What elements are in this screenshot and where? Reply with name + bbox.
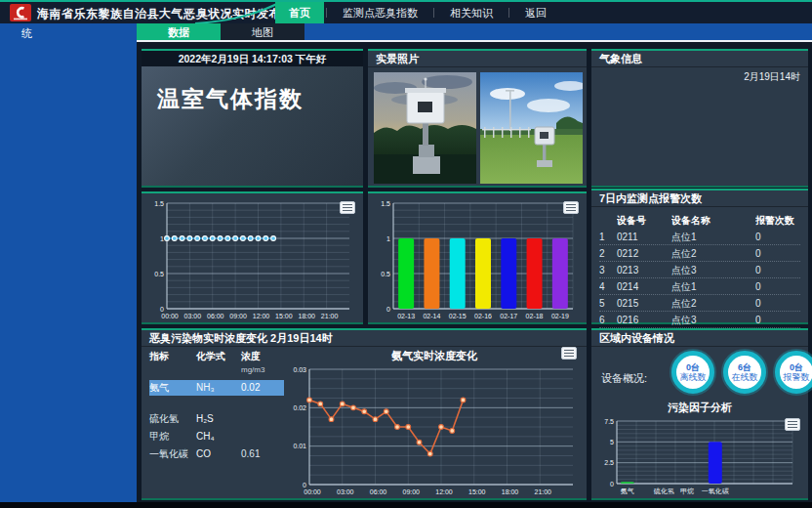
col-indicator: 指标 [149, 350, 196, 374]
chart-menu-icon[interactable] [785, 418, 800, 431]
nav-item-1[interactable]: 监测点恶臭指数 [329, 2, 431, 23]
svg-text:0: 0 [610, 481, 614, 487]
page-headline: 温室气体指数 [157, 84, 304, 114]
pollutant-row[interactable]: 一氧化碳CO0.61 [149, 446, 284, 462]
pollutant-row[interactable]: 氨气NH₃0.02 [149, 380, 284, 396]
pollutant-table-header: 指标 化学式 浓度mg/m3 [149, 350, 284, 374]
svg-text:1.5: 1.5 [154, 200, 164, 207]
nav-separator [433, 8, 434, 18]
panel-daily-index-chart: 00.511.502-1302-1402-1502-1602-1702-1802… [368, 191, 587, 324]
panel-weather: 气象信息 2月19日14时 [591, 49, 808, 188]
table-row: 50215点位20 [599, 295, 800, 312]
svg-text:0.02: 0.02 [293, 404, 306, 411]
left-sidebar [0, 42, 137, 502]
alarm-col-header: 设备名称 [671, 212, 755, 229]
svg-text:00:00: 00:00 [304, 488, 321, 495]
svg-text:03:00: 03:00 [184, 313, 202, 319]
svg-text:氨气: 氨气 [621, 487, 634, 494]
svg-text:18:00: 18:00 [502, 488, 519, 495]
svg-text:0: 0 [303, 482, 306, 488]
svg-text:02-15: 02-15 [449, 313, 467, 319]
svg-text:09:00: 09:00 [402, 488, 420, 495]
svg-text:0.5: 0.5 [381, 271, 390, 277]
photo-row [374, 72, 583, 184]
col-value: 浓度mg/m3 [241, 350, 284, 374]
table-row: 30213点位30 [599, 262, 800, 278]
site-photo-1 [374, 72, 476, 184]
nav-item-3[interactable]: 返回 [511, 2, 560, 23]
nh3-chart-title: 氨气实时浓度变化 [288, 349, 581, 363]
svg-text:甲烷: 甲烷 [680, 487, 694, 495]
svg-text:0: 0 [160, 306, 164, 313]
svg-text:02-18: 02-18 [526, 313, 544, 319]
nav-item-2[interactable]: 相关知识 [436, 2, 507, 23]
chart-menu-icon[interactable] [340, 201, 355, 214]
weather-timestamp: 2月19日14时 [744, 70, 800, 84]
svg-text:0.01: 0.01 [293, 443, 306, 449]
pollutants-title: 恶臭污染物实时浓度变化 2月19日14时 [142, 330, 587, 347]
svg-text:06:00: 06:00 [370, 488, 387, 495]
svg-text:02-19: 02-19 [551, 313, 569, 319]
top-bar: 海南省乐东黎族自治县大气恶臭状况实时发布系 首页监测点恶臭指数相关知识返回 [0, 2, 812, 23]
app-logo-icon [10, 4, 31, 21]
nav-separator [508, 8, 509, 18]
svg-text:02-13: 02-13 [397, 313, 415, 319]
alarm-table: 设备号设备名称报警次数10211点位1020212点位2030213点位3040… [599, 212, 800, 328]
panel-photos: 实景照片 [368, 49, 587, 188]
panel-alarm-table: 7日内监测点报警次数 设备号设备名称报警次数10211点位1020212点位20… [591, 189, 808, 324]
svg-text:06:00: 06:00 [207, 313, 224, 319]
device-status-circles: 0台离线数6台在线数0台报警数 [671, 351, 812, 394]
daily-index-chart: 00.511.502-1302-1402-1502-1602-1702-1802… [372, 196, 583, 321]
table-row: 20212点位20 [599, 245, 800, 262]
svg-text:0.5: 0.5 [154, 271, 164, 277]
panel-pollutants: 恶臭污染物实时浓度变化 2月19日14时 指标 化学式 浓度mg/m3 氨气NH… [142, 328, 587, 500]
pollutant-row[interactable]: 硫化氢H₂S [149, 411, 284, 427]
pollutant-rows: 氨气NH₃0.02硫化氢H₂S甲烷CH₄一氧化碳CO0.61 [149, 380, 284, 462]
site-photo-2 [480, 72, 583, 184]
panel-devices: 区域内设备情况 设备概况: 0台离线数6台在线数0台报警数 污染因子分析 02.… [591, 328, 808, 500]
svg-text:00:00: 00:00 [161, 313, 179, 319]
svg-text:5: 5 [610, 439, 614, 445]
svg-text:12:00: 12:00 [435, 488, 453, 495]
alarm-table-title: 7日内监测点报警次数 [591, 190, 808, 207]
svg-text:1.5: 1.5 [381, 200, 390, 207]
device-count-circle-0: 0台离线数 [671, 351, 714, 394]
svg-text:09:00: 09:00 [229, 313, 247, 319]
datetime-bar: 2022年2月19日 14:17:03 下午好 [142, 51, 363, 66]
svg-text:18:00: 18:00 [298, 313, 315, 319]
photos-title: 实景照片 [368, 51, 587, 67]
svg-text:硫化氢: 硫化氢 [653, 487, 674, 495]
pollutant-row[interactable]: 甲烷CH₄ [149, 429, 284, 444]
devices-title: 区域内设备情况 [591, 330, 808, 347]
svg-text:03:00: 03:00 [337, 488, 354, 495]
page-bottom-edge [0, 502, 812, 508]
dashboard: 海南省乐东黎族自治县大气恶臭状况实时发布系 首页监测点恶臭指数相关知识返回 统 … [0, 0, 812, 508]
device-overview-label: 设备概况: [601, 371, 647, 386]
svg-text:02-16: 02-16 [474, 313, 492, 319]
table-row: 60216点位30 [599, 312, 800, 328]
chart-menu-icon[interactable] [563, 201, 579, 214]
factor-analysis-chart: 02.557.5氨气硫化氢甲烷一氧化碳 [595, 414, 802, 496]
greeting-body: 温室气体指数 [142, 66, 363, 186]
chart-menu-icon[interactable] [561, 347, 577, 360]
nav-separator [326, 8, 327, 18]
svg-text:1: 1 [386, 235, 390, 242]
svg-text:一氧化碳: 一氧化碳 [702, 487, 729, 495]
alarm-col-header: 报警次数 [755, 212, 800, 229]
main-nav: 首页监测点恶臭指数相关知识返回 [275, 2, 560, 23]
device-count-circle-1: 6台在线数 [723, 351, 766, 394]
svg-text:21:00: 21:00 [321, 313, 339, 319]
weather-title: 气象信息 [591, 51, 808, 67]
panel-hourly-index-chart: 00:0003:0006:0009:0012:0015:0018:0021:00… [142, 191, 363, 324]
svg-text:12:00: 12:00 [253, 313, 270, 319]
svg-text:1: 1 [160, 235, 164, 242]
svg-text:15:00: 15:00 [468, 488, 486, 495]
svg-text:2.5: 2.5 [604, 459, 614, 466]
svg-text:0.03: 0.03 [293, 366, 306, 373]
nh3-trend-chart: 00:0003:0006:0009:0012:0015:0018:0021:00… [284, 362, 583, 497]
alarm-table-header: 设备号设备名称报警次数 [599, 212, 800, 229]
svg-text:21:00: 21:00 [534, 488, 551, 495]
table-row: 40214点位10 [599, 278, 800, 295]
factor-analysis-title: 污染因子分析 [591, 401, 808, 415]
nav-item-0[interactable]: 首页 [275, 2, 324, 23]
